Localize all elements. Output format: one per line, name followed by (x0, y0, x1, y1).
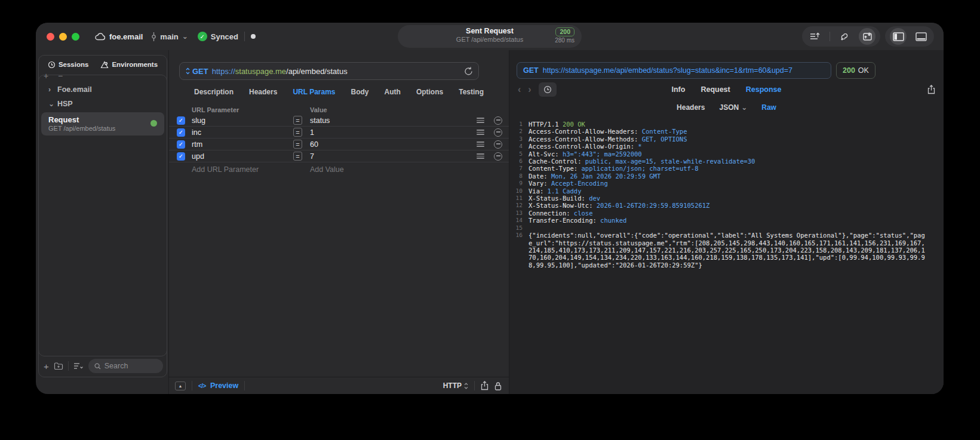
sidebar: Sessions Environments + − (36, 50, 168, 394)
drag-handle-icon[interactable] (477, 130, 484, 135)
response-body[interactable]: 1HTTP/1.1 200 OK2Access-Control-Allow-He… (509, 115, 944, 394)
tab-response[interactable]: Response (746, 85, 782, 94)
toggle-sidebar-icon[interactable] (890, 28, 907, 45)
layout-tools-group (885, 26, 934, 47)
sort-options-icon[interactable] (73, 362, 84, 370)
search-input[interactable]: Search (88, 359, 163, 373)
footer-divider (474, 381, 475, 390)
add-remove-buttons[interactable]: + − (44, 71, 66, 81)
toggle-bottom-panel-icon[interactable] (913, 28, 929, 45)
share-response-icon[interactable] (927, 85, 935, 94)
equals-icon[interactable]: = (293, 116, 302, 125)
method-stepper-icon[interactable] (186, 67, 190, 75)
line-content: Access-Control-Allow-Methods: GET, OPTIO… (529, 136, 927, 143)
param-value[interactable]: 60 (310, 140, 472, 149)
response-line: 16{"incidents":null,"overall":{"code":"o… (509, 232, 927, 269)
drag-handle-icon[interactable] (477, 141, 484, 147)
remove-param-icon[interactable] (494, 140, 502, 149)
line-content: {"incidents":null,"overall":{"code":"ope… (529, 232, 927, 269)
param-value[interactable]: 1 (310, 128, 472, 137)
sync-status[interactable]: ✓ Synced (198, 32, 238, 41)
param-value[interactable]: status (310, 116, 472, 125)
tab-options[interactable]: Options (416, 88, 443, 96)
tree-group-foe-email[interactable]: › Foe.email (39, 82, 167, 97)
line-number: 9 (509, 180, 529, 187)
sidebar-item-request[interactable]: Request GET /api/embed/status (41, 112, 164, 136)
request-method[interactable]: GET (192, 67, 208, 76)
share-icon[interactable] (481, 381, 489, 390)
zoom-window-button[interactable] (72, 33, 79, 41)
tab-info[interactable]: Info (672, 85, 686, 94)
tab-url-params[interactable]: URL Params (293, 88, 335, 96)
sent-request-pill[interactable]: Sent Request GET /api/embed/status 200 2… (398, 25, 582, 48)
export-session-button[interactable] (807, 28, 824, 45)
titlebar-divider (244, 32, 245, 41)
line-number: 6 (509, 158, 529, 165)
response-status-badge: 200 OK (836, 62, 875, 79)
sync-status-label: Synced (211, 32, 238, 41)
response-line: 4Access-Control-Allow-Origin: * (509, 143, 927, 150)
tab-environments[interactable]: Environments (100, 61, 158, 69)
request-success-dot (150, 120, 157, 127)
lock-icon[interactable] (494, 381, 502, 390)
drag-handle-icon[interactable] (477, 153, 484, 159)
tab-request[interactable]: Request (701, 85, 730, 94)
sent-request-title: Sent Request (398, 27, 582, 35)
param-name[interactable]: slug (192, 116, 293, 125)
line-content: X-Status-Now-Utc: 2026-01-26T20:29:59.85… (529, 202, 927, 209)
footer-divider (68, 361, 69, 371)
tab-auth[interactable]: Auth (385, 88, 401, 96)
param-checkbox[interactable]: ✓ (177, 140, 185, 149)
line-number: 10 (509, 187, 529, 195)
url-path: /api/embed/status (286, 67, 348, 76)
tab-testing[interactable]: Testing (459, 88, 484, 96)
minimize-window-button[interactable] (59, 33, 67, 41)
add-value-field[interactable]: Add Value (310, 165, 472, 174)
sidebar-container: Sessions Environments + − (38, 55, 167, 377)
resend-request-icon[interactable] (464, 66, 473, 76)
tab-description[interactable]: Description (194, 88, 234, 96)
tree-group-label: Foe.email (57, 85, 92, 94)
param-checkbox[interactable]: ✓ (177, 152, 185, 161)
branch-icon (151, 32, 156, 41)
close-window-button[interactable] (47, 33, 54, 41)
param-value[interactable]: 7 (310, 152, 472, 161)
tab-sessions[interactable]: Sessions (48, 61, 89, 69)
expand-panel-button[interactable]: ▲ (175, 381, 186, 390)
remove-param-icon[interactable] (494, 116, 502, 125)
branch-selector[interactable]: main ⌄ (151, 32, 188, 41)
param-checkbox[interactable]: ✓ (177, 116, 185, 125)
link-requests-button[interactable] (836, 28, 853, 45)
subtab-headers[interactable]: Headers (677, 103, 705, 112)
tab-headers[interactable]: Headers (249, 88, 277, 96)
line-content: Via: 1.1 Caddy (529, 187, 927, 195)
param-name[interactable]: upd (192, 152, 293, 161)
add-url-parameter-field[interactable]: Add URL Parameter (192, 165, 293, 174)
response-url: https://statuspage.me/api/embed/status?s… (543, 66, 792, 75)
line-content: X-Status-Build: dev (529, 195, 927, 202)
remove-param-icon[interactable] (494, 128, 502, 137)
drag-handle-icon[interactable] (477, 118, 484, 123)
request-url[interactable]: https://statuspage.me/api/embed/status (212, 67, 348, 76)
remove-param-icon[interactable] (494, 152, 502, 161)
tab-body[interactable]: Body (351, 88, 369, 96)
preview-button[interactable]: </> Preview (198, 381, 238, 390)
request-url-field[interactable]: GET https://statuspage.me/api/embed/stat… (179, 62, 479, 80)
protocol-selector[interactable]: HTTP (443, 381, 468, 390)
chevron-down-icon: ⌄ (182, 33, 188, 40)
param-checkbox[interactable]: ✓ (177, 128, 185, 137)
import-response-button[interactable] (859, 28, 875, 45)
subtab-raw[interactable]: Raw (761, 103, 776, 112)
project-menu[interactable]: foe.email (95, 32, 143, 41)
subtab-json[interactable]: JSON ⌄ (719, 103, 747, 112)
equals-icon[interactable]: = (293, 128, 302, 137)
tree-group-hsp[interactable]: ⌄ HSP (39, 97, 167, 111)
response-url-field[interactable]: GET https://statuspage.me/api/embed/stat… (517, 62, 831, 79)
param-name[interactable]: rtm (192, 140, 293, 149)
param-name[interactable]: inc (192, 128, 293, 137)
add-request-button[interactable]: + (44, 361, 49, 371)
equals-icon[interactable]: = (293, 152, 302, 161)
response-line: 9Vary: Accept-Encoding (509, 180, 927, 187)
equals-icon[interactable]: = (293, 140, 302, 149)
new-folder-icon[interactable] (54, 362, 63, 370)
